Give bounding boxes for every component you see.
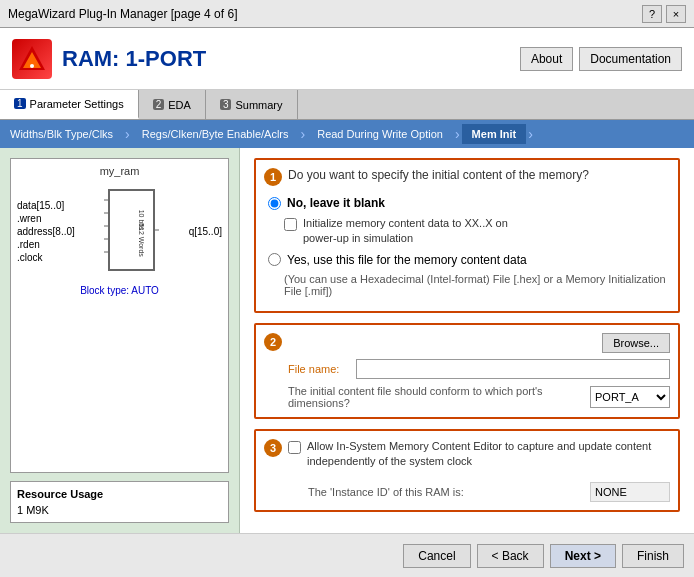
resource-title: Resource Usage: [17, 488, 222, 500]
about-button[interactable]: About: [520, 47, 573, 71]
diagram-box: my_ram data[15..0] .wren address[8..0] .…: [10, 158, 229, 473]
section1: 1 Do you want to specify the initial con…: [254, 158, 680, 313]
diagram-outputs: q[15..0]: [189, 226, 222, 237]
input-clock: .clock: [17, 252, 75, 263]
input-address: address[8..0]: [17, 226, 75, 237]
radio-yes[interactable]: [268, 253, 281, 266]
port-select[interactable]: PORT_A PORT_B: [590, 386, 670, 408]
nav-item-mem-init[interactable]: Mem Init: [462, 124, 527, 144]
header-left: RAM: 1-PORT: [12, 39, 206, 79]
checkbox1-row: Initialize memory content data to XX..X …: [284, 216, 670, 247]
tab1-label: Parameter Settings: [30, 98, 124, 110]
filename-input[interactable]: [356, 359, 670, 379]
title-bar-title: MegaWizard Plug-In Manager [page 4 of 6]: [8, 7, 237, 21]
tabs-bar: 1 Parameter Settings 2 EDA 3 Summary: [0, 90, 694, 120]
input-wren: .wren: [17, 213, 75, 224]
title-bar-controls: ? ×: [642, 5, 686, 23]
section3: 3 Allow In-System Memory Content Editor …: [254, 429, 680, 512]
chip-diagram: 10 bits 512 Words: [104, 185, 159, 275]
browse-row: Browse...: [288, 333, 670, 353]
back-button[interactable]: < Back: [477, 544, 544, 568]
tab3-label: Summary: [235, 99, 282, 111]
section2-label: 2: [264, 333, 282, 351]
filename-row: File name:: [288, 359, 670, 379]
radio2-row: Yes, use this file for the memory conten…: [268, 253, 670, 267]
tab-parameter-settings[interactable]: 1 Parameter Settings: [0, 90, 139, 119]
radio-no[interactable]: [268, 197, 281, 210]
resource-value: 1 M9K: [17, 504, 222, 516]
tab-summary[interactable]: 3 Summary: [206, 90, 298, 119]
instance-row: The 'Instance ID' of this RAM is:: [308, 482, 670, 502]
nav-arrow-1: ›: [123, 126, 132, 142]
filename-label: File name:: [288, 363, 348, 375]
section3-checkbox-label: Allow In-System Memory Content Editor to…: [307, 439, 670, 470]
port-row: The initial content file should conform …: [288, 385, 670, 409]
checkbox-insystem[interactable]: [288, 441, 301, 454]
tab2-num: 2: [153, 99, 165, 110]
nav-arrow-4: ›: [526, 126, 535, 142]
title-bar: MegaWizard Plug-In Manager [page 4 of 6]…: [0, 0, 694, 28]
tab3-num: 3: [220, 99, 232, 110]
tab2-label: EDA: [168, 99, 191, 111]
input-rden: .rden: [17, 239, 75, 250]
documentation-button[interactable]: Documentation: [579, 47, 682, 71]
section3-checkbox-row: Allow In-System Memory Content Editor to…: [288, 439, 670, 470]
close-button[interactable]: ×: [666, 5, 686, 23]
browse-button[interactable]: Browse...: [602, 333, 670, 353]
input-data: data[15..0]: [17, 200, 75, 211]
tab1-num: 1: [14, 98, 26, 109]
svg-text:512 Words: 512 Words: [138, 223, 145, 257]
right-panel: 1 Do you want to specify the initial con…: [240, 148, 694, 533]
hint-text: (You can use a Hexadecimal (Intel-format…: [284, 273, 670, 297]
instance-label: The 'Instance ID' of this RAM is:: [308, 486, 590, 498]
help-button[interactable]: ?: [642, 5, 662, 23]
instance-input[interactable]: [590, 482, 670, 502]
cancel-button[interactable]: Cancel: [403, 544, 470, 568]
section2: 2 Browse... File name: The initial conte…: [254, 323, 680, 419]
radio1-row: No, leave it blank: [268, 196, 670, 210]
port-label: The initial content file should conform …: [288, 385, 582, 409]
checkbox1-label: Initialize memory content data to XX..X …: [303, 216, 508, 247]
section1-question: Do you want to specify the initial conte…: [288, 168, 589, 182]
radio2-label: Yes, use this file for the memory conten…: [287, 253, 527, 267]
footer: Cancel < Back Next > Finish: [0, 533, 694, 577]
diagram-title: my_ram: [17, 165, 222, 177]
nav-item-read-write[interactable]: Read During Write Option: [307, 124, 453, 144]
output-q: q[15..0]: [189, 226, 222, 237]
radio1-label: No, leave it blank: [287, 196, 385, 210]
diagram-inputs: data[15..0] .wren address[8..0] .rden .c…: [17, 200, 75, 263]
tab-eda[interactable]: 2 EDA: [139, 90, 206, 119]
next-button[interactable]: Next >: [550, 544, 616, 568]
finish-button[interactable]: Finish: [622, 544, 684, 568]
header: RAM: 1-PORT About Documentation: [0, 28, 694, 90]
diagram-inner: data[15..0] .wren address[8..0] .rden .c…: [17, 181, 222, 281]
section3-label: 3: [264, 439, 282, 457]
nav-item-regs[interactable]: Regs/Clken/Byte Enable/Aclrs: [132, 124, 299, 144]
app-logo: [12, 39, 52, 79]
resource-box: Resource Usage 1 M9K: [10, 481, 229, 523]
svg-rect-3: [109, 190, 154, 270]
nav-arrow-3: ›: [453, 126, 462, 142]
svg-point-2: [30, 64, 34, 68]
section1-label: 1: [264, 168, 282, 186]
title-bar-label: MegaWizard Plug-In Manager [page 4 of 6]: [8, 7, 237, 21]
nav-item-widths[interactable]: Widths/Blk Type/Clks: [0, 124, 123, 144]
nav-bar: Widths/Blk Type/Clks › Regs/Clken/Byte E…: [0, 120, 694, 148]
checkbox-init[interactable]: [284, 218, 297, 231]
left-panel: my_ram data[15..0] .wren address[8..0] .…: [0, 148, 240, 533]
page-title: RAM: 1-PORT: [62, 46, 206, 72]
block-type-label: Block type: AUTO: [17, 285, 222, 296]
nav-arrow-2: ›: [299, 126, 308, 142]
header-buttons: About Documentation: [520, 47, 682, 71]
main-content: my_ram data[15..0] .wren address[8..0] .…: [0, 148, 694, 533]
